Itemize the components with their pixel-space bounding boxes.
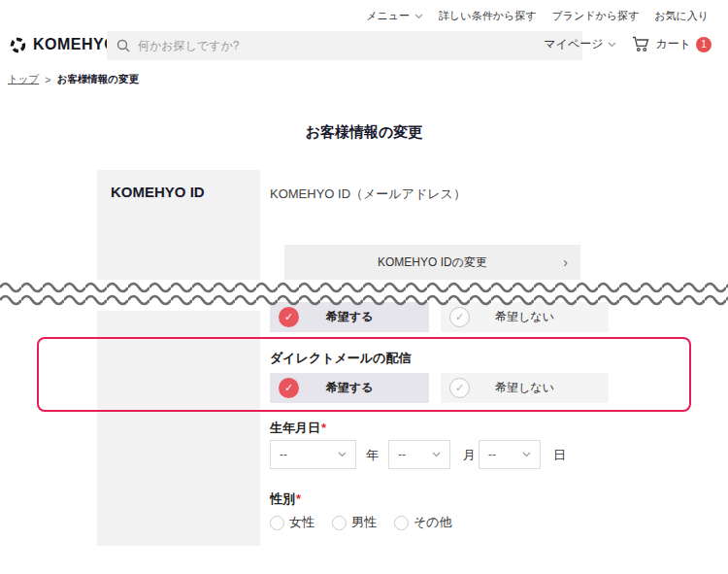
checked-circle-icon: ✓ [279, 378, 299, 398]
birth-day-value: -- [488, 448, 496, 461]
cart-link[interactable]: カート 1 [632, 36, 711, 52]
chevron-down-icon [432, 452, 441, 457]
checked-circle-icon: ✓ [279, 307, 299, 327]
gender-label-text: 性別 [270, 491, 295, 506]
radio-unselected-icon [332, 516, 347, 530]
chevron-down-icon [522, 452, 531, 457]
nav-favorites-label: お気に入り [654, 9, 709, 23]
gender-option-female-label: 女性 [289, 514, 314, 531]
customer-info-page: メニュー 詳しい条件から探す ブランドから探す お気に入り KOMEHYO マイ… [0, 0, 728, 574]
top-utility-nav: メニュー 詳しい条件から探す ブランドから探す お気に入り [366, 9, 709, 23]
nav-menu[interactable]: メニュー [366, 9, 423, 23]
gender-option-female[interactable]: 女性 [270, 514, 314, 531]
user-nav: マイページ カート 1 [544, 36, 711, 52]
breadcrumb-separator: > [45, 74, 50, 85]
change-komehyo-id-button[interactable]: KOMEHYO IDの変更 › [284, 245, 580, 280]
nav-search-by-condition-label: 詳しい条件から探す [439, 9, 536, 23]
breadcrumb-current: お客様情報の変更 [56, 73, 139, 86]
page-title: お客様情報の変更 [0, 123, 728, 142]
cart-label: カート [655, 36, 691, 52]
unchecked-circle-icon: ✓ [449, 307, 470, 327]
birthdate-label-text: 生年月日 [270, 421, 320, 435]
sidebar-panel-bottom [97, 311, 260, 546]
mypage-label: マイページ [544, 36, 603, 52]
breadcrumb: トップ > お客様情報の変更 [8, 73, 139, 86]
breadcrumb-home-link[interactable]: トップ [8, 73, 39, 86]
birthdate-label: 生年月日* [270, 420, 326, 437]
direct-mail-option-no-label: 希望しない [495, 380, 554, 396]
option-no-row1-label: 希望しない [495, 309, 554, 325]
change-komehyo-id-button-label: KOMEHYO IDの変更 [378, 254, 487, 271]
chevron-down-icon [608, 42, 616, 48]
gender-option-male[interactable]: 男性 [332, 514, 377, 531]
required-asterisk: * [296, 491, 301, 506]
nav-favorites[interactable]: お気に入り [654, 9, 709, 23]
radio-unselected-icon [394, 516, 409, 530]
search-icon [116, 39, 130, 52]
cart-icon [632, 36, 650, 52]
birth-month-select[interactable]: -- [388, 440, 450, 469]
birth-year-select[interactable]: -- [270, 440, 356, 469]
mypage-menu[interactable]: マイページ [544, 36, 616, 52]
gender-radio-group: 女性 男性 その他 [270, 514, 452, 531]
search-bar [107, 31, 582, 60]
komehyo-id-field-label: KOMEHYO ID（メールアドレス） [270, 186, 466, 203]
chevron-down-icon [338, 452, 347, 457]
option-yes-row1-label: 希望する [326, 309, 374, 325]
direct-mail-option-no[interactable]: ✓ 希望しない [441, 373, 609, 403]
nav-search-by-brand-label: ブランドから探す [551, 9, 639, 23]
radio-unselected-icon [270, 516, 284, 530]
search-input[interactable] [138, 39, 573, 52]
cart-count-badge: 1 [696, 37, 711, 52]
direct-mail-option-yes[interactable]: ✓ 希望する [270, 373, 429, 403]
komehyo-logo-text: KOMEHYO [33, 36, 116, 53]
sidebar-section-label: KOMEHYO ID [111, 184, 205, 200]
day-unit-label: 日 [553, 447, 566, 464]
option-no-row1[interactable]: ✓ 希望しない [441, 302, 609, 332]
komehyo-logo[interactable]: KOMEHYO [10, 36, 116, 53]
option-yes-row1[interactable]: ✓ 希望する [270, 302, 429, 332]
direct-mail-option-yes-label: 希望する [326, 380, 374, 396]
required-asterisk: * [321, 421, 326, 435]
birth-year-value: -- [280, 448, 287, 461]
birth-month-value: -- [398, 448, 406, 461]
chevron-right-icon: › [563, 255, 568, 269]
year-unit-label: 年 [366, 447, 379, 464]
gender-option-male-label: 男性 [351, 514, 377, 531]
birth-day-select[interactable]: -- [479, 440, 541, 469]
gender-option-other[interactable]: その他 [394, 514, 452, 531]
gender-label: 性別* [270, 490, 301, 508]
komehyo-logo-icon [10, 37, 26, 53]
nav-search-by-condition[interactable]: 詳しい条件から探す [439, 9, 536, 23]
gender-option-other-label: その他 [414, 514, 452, 531]
nav-menu-label: メニュー [366, 9, 410, 23]
month-unit-label: 月 [463, 447, 476, 464]
chevron-down-icon [414, 14, 423, 19]
unchecked-circle-icon: ✓ [449, 378, 470, 398]
direct-mail-label: ダイレクトメールの配信 [270, 350, 411, 367]
nav-search-by-brand[interactable]: ブランドから探す [551, 9, 639, 23]
